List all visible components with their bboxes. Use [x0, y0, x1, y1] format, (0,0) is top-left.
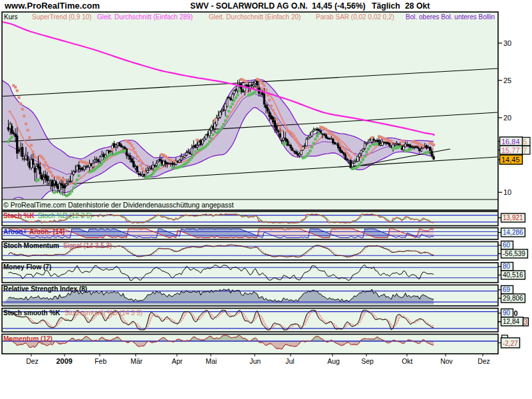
- svg-text:Nov: Nov: [440, 357, 453, 365]
- svg-text:28 Okt: 28 Okt: [405, 1, 430, 11]
- svg-text:15,77: 15,77: [501, 146, 520, 154]
- svg-text:14,286: 14,286: [503, 229, 523, 236]
- svg-text:-2,27: -2,27: [503, 340, 518, 347]
- svg-text:Bol. oberes Bol. unteres Bolli: Bol. oberes Bol. unteres Bollin: [406, 13, 495, 21]
- svg-text:25: 25: [503, 76, 511, 84]
- svg-text:0: 0: [514, 309, 518, 317]
- svg-text:40,516: 40,516: [503, 271, 523, 279]
- svg-text:SuperTrend (0,9 10): SuperTrend (0,9 10): [32, 13, 92, 21]
- svg-text:Relative Strength Index (8): Relative Strength Index (8): [3, 285, 87, 293]
- svg-text:Kurs: Kurs: [4, 13, 18, 21]
- svg-text:Stoch smooth %D (14 3 5): Stoch smooth %D (14 3 5): [65, 309, 142, 317]
- svg-text:Dez: Dez: [26, 357, 39, 365]
- svg-text:SWV - SOLARWORLD AG O.N.: SWV - SOLARWORLD AG O.N.: [190, 1, 308, 11]
- svg-text:Mär: Mär: [130, 357, 143, 365]
- svg-text:Aug: Aug: [327, 357, 340, 365]
- svg-text:Signal (14 3 5 3): Signal (14 3 5 3): [63, 242, 112, 249]
- svg-text:Gleit. Durchschnitt (Einfach 2: Gleit. Durchschnitt (Einfach 20): [209, 13, 301, 21]
- svg-text:2009: 2009: [56, 357, 72, 365]
- svg-text:14,45 (-4,56%): 14,45 (-4,56%): [312, 1, 366, 11]
- svg-text:Aroon+: Aroon+: [3, 228, 27, 235]
- svg-text:3: 3: [524, 319, 528, 326]
- svg-text:-56,539: -56,539: [503, 250, 525, 257]
- svg-text:Feb: Feb: [94, 357, 106, 365]
- svg-text:Täglich: Täglich: [372, 1, 400, 11]
- svg-text:Momentum (12): Momentum (12): [3, 335, 53, 342]
- svg-text:29,806: 29,806: [503, 295, 523, 302]
- svg-text:Gleit. Durchschnitt (Einfach 2: Gleit. Durchschnitt (Einfach 289): [97, 13, 193, 21]
- svg-text:Apr: Apr: [172, 357, 183, 365]
- svg-text:Stoch %D (12 3 5): Stoch %D (12 3 5): [38, 212, 92, 219]
- svg-text:Okt: Okt: [402, 357, 412, 365]
- svg-text:13,921: 13,921: [503, 214, 523, 221]
- svg-text:80: 80: [503, 263, 511, 270]
- svg-text:Stoch %K: Stoch %K: [3, 212, 35, 219]
- svg-text:www.ProRealTime.com: www.ProRealTime.com: [4, 1, 100, 11]
- svg-text:Stoch smooth %K: Stoch smooth %K: [3, 309, 61, 317]
- svg-text:30: 30: [503, 39, 511, 47]
- svg-text:Sep: Sep: [361, 357, 374, 365]
- svg-text:69: 69: [503, 286, 511, 293]
- svg-text:14,45: 14,45: [501, 156, 520, 164]
- svg-text:Dez: Dez: [477, 357, 490, 365]
- svg-text:12,84: 12,84: [503, 318, 519, 325]
- svg-text:Money Flow (7): Money Flow (7): [3, 263, 51, 271]
- svg-text:Stoch Momentum: Stoch Momentum: [3, 242, 59, 249]
- svg-text:Jun: Jun: [249, 357, 261, 365]
- svg-text:Jul: Jul: [285, 357, 294, 365]
- svg-text:5: 5: [523, 138, 527, 146]
- svg-text:Aroon- (14): Aroon- (14): [29, 228, 65, 235]
- svg-text:© ProRealTime.com Datenhistor: © ProRealTime.com Datenhistorie der Divi…: [3, 201, 234, 209]
- svg-text:7: 7: [523, 146, 527, 154]
- svg-text:10: 10: [503, 188, 511, 196]
- svg-text:60: 60: [503, 241, 511, 249]
- svg-text:Parab SAR (0,02 0,02 0,2): Parab SAR (0,02 0,02 0,2): [316, 13, 394, 21]
- svg-text:90: 90: [503, 309, 511, 317]
- svg-text:20: 20: [503, 114, 511, 122]
- svg-text:16,84: 16,84: [501, 138, 520, 146]
- svg-text:Mai: Mai: [205, 357, 217, 365]
